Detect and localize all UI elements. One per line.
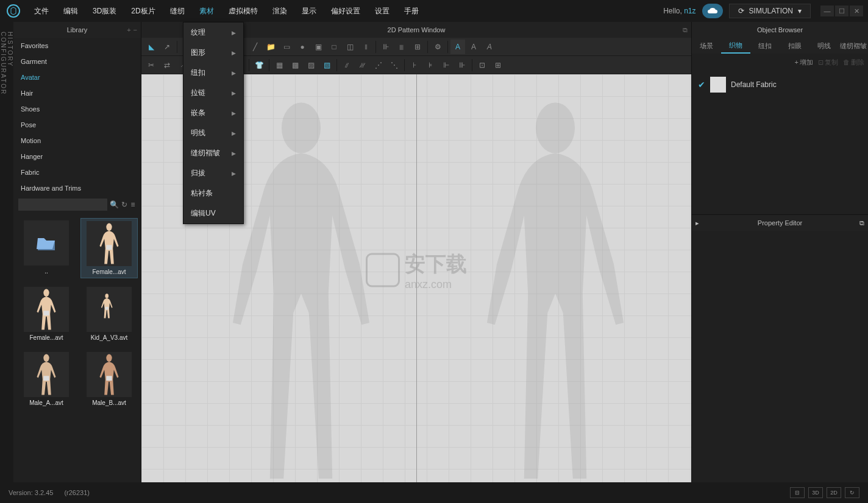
tool2-tex3-icon[interactable]: ▨ [304,58,318,72]
cloud-button[interactable] [702,4,723,18]
library-category-hanger[interactable]: Hanger [13,149,141,164]
tool2-tex1-icon[interactable]: ▦ [272,58,286,72]
tool2-tex4-icon[interactable]: ▧ [319,58,334,72]
object-tab-织物[interactable]: 织物 [721,38,750,54]
dropdown-item-归拔[interactable]: 归拔▶ [183,163,243,183]
tool-ruler-icon[interactable]: ⫼ [394,40,409,54]
list-view-icon[interactable]: ≡ [130,199,136,210]
menu-素材[interactable]: 素材 [192,1,221,21]
view-split-button[interactable]: ⊟ [790,487,805,498]
view-3d-button[interactable]: 3D [808,487,823,498]
object-tab-缝纫褶皱[interactable]: 缝纫褶皱 [839,38,868,54]
object-tab-明线[interactable]: 明线 [809,38,839,54]
tool2-sew-icon[interactable]: ⇄ [160,58,174,72]
tool2-stitch1-icon[interactable]: ⫽ [340,58,354,72]
library-category-motion[interactable]: Motion [13,133,141,149]
dropdown-item-拉链[interactable]: 拉链▶ [183,83,243,103]
library-category-hair[interactable]: Hair [13,85,141,101]
tool-3d-icon[interactable]: ◫ [343,40,357,54]
dropdown-item-明线[interactable]: 明线▶ [183,123,243,143]
tool-line-icon[interactable]: ╱ [247,40,262,54]
menu-显示[interactable]: 显示 [294,1,324,21]
popout-icon[interactable]: ⧉ [859,219,864,227]
library-category-hardware-and-trims[interactable]: Hardware and Trims [13,180,141,196]
tool2-align1-icon[interactable]: ⊦ [407,58,422,72]
library-category-pose[interactable]: Pose [13,117,141,133]
tool-grid-icon[interactable]: ⊞ [410,40,425,54]
dropdown-item-编辑UV[interactable]: 编辑UV [183,203,243,223]
tool-mirror-icon[interactable]: ⦀ [358,40,373,54]
object-tab-纽扣[interactable]: 纽扣 [750,38,780,54]
tool-measure-icon[interactable]: ⊪ [379,40,393,54]
library-item[interactable]: Female...avt [80,218,138,278]
tool-arrow-icon[interactable]: ↗ [160,40,174,54]
tool2-stitch4-icon[interactable]: ⋱ [387,58,402,72]
dropdown-item-图形[interactable]: 图形▶ [183,43,243,63]
remove-icon[interactable]: − [133,26,137,33]
maximize-button[interactable]: ☐ [835,5,848,16]
dropdown-item-纹理[interactable]: 纹理▶ [183,23,243,43]
tool-text-a-icon[interactable]: A [450,40,465,54]
library-item[interactable]: Female...avt [18,284,74,343]
popout-icon[interactable]: ⧉ [683,26,688,34]
tool-text-b-icon[interactable]: A [466,40,481,54]
library-item[interactable]: Kid_A_V3.avt [80,284,138,343]
tool2-stitch2-icon[interactable]: ⫻ [355,58,370,72]
tool-folder-icon[interactable]: 📁 [263,40,278,54]
copy-button[interactable]: ⊡ 复制 [818,58,838,67]
menu-偏好设置[interactable]: 偏好设置 [324,1,368,21]
menu-文件[interactable]: 文件 [27,1,56,21]
close-button[interactable]: ✕ [850,5,863,16]
tool2-align3-icon[interactable]: ⊩ [439,58,454,72]
library-category-shoes[interactable]: Shoes [13,101,141,117]
tool2-grid1-icon[interactable]: ⊡ [475,58,489,72]
library-category-favorites[interactable]: Favorites [13,38,141,54]
delete-button[interactable]: 🗑 删除 [843,58,864,67]
tool-select-icon[interactable]: ◣ [144,40,158,54]
fabric-item[interactable]: ✔ Default Fabric [695,74,864,95]
library-category-garment[interactable]: Garment [13,54,141,69]
menu-缝纫[interactable]: 缝纫 [163,1,192,21]
library-category-fabric[interactable]: Fabric [13,164,141,180]
dropdown-item-嵌条[interactable]: 嵌条▶ [183,103,243,123]
add-button[interactable]: + 增加 [795,58,813,67]
library-item[interactable]: .. [18,218,74,278]
menu-设置[interactable]: 设置 [368,1,397,21]
side-tab-history[interactable]: HISTORY [7,32,13,471]
side-tab-configurator[interactable]: CONFIGURATOR [0,32,7,471]
tool-text-c-icon[interactable]: A [482,40,497,54]
menu-渲染[interactable]: 渲染 [265,1,294,21]
menu-3D服装[interactable]: 3D服装 [85,1,124,21]
menu-2D板片[interactable]: 2D板片 [124,1,162,21]
tool-image-icon[interactable]: ▣ [311,40,326,54]
library-category-avatar[interactable]: Avatar [13,69,141,85]
menu-虚拟模特[interactable]: 虚拟模特 [221,1,265,21]
tool2-shirt-icon[interactable]: 👕 [252,58,266,72]
collapse-icon[interactable]: ▸ [695,219,699,227]
tool-gear-icon[interactable]: ⚙ [430,40,445,54]
library-item[interactable]: Male_A...avt [18,350,74,409]
object-tab-场景[interactable]: 场景 [692,38,721,54]
search-icon[interactable]: 🔍 [110,199,119,210]
tool-box-icon[interactable]: □ [327,40,341,54]
menu-编辑[interactable]: 编辑 [56,1,85,21]
dropdown-item-粘衬条[interactable]: 粘衬条 [183,183,243,203]
view-2d-button[interactable]: 2D [827,487,841,498]
library-item[interactable]: Male_B...avt [80,350,138,409]
dropdown-item-缝纫褶皱[interactable]: 缝纫褶皱▶ [183,143,243,163]
tool2-align4-icon[interactable]: ⊪ [455,58,469,72]
menu-手册[interactable]: 手册 [397,1,426,21]
tool2-stitch3-icon[interactable]: ⋰ [371,58,386,72]
object-tab-扣眼[interactable]: 扣眼 [780,38,809,54]
search-input[interactable] [18,199,107,211]
refresh-view-button[interactable]: ↻ [845,487,859,498]
simulation-mode-button[interactable]: ⟳ SIMULATION ▾ [729,4,811,18]
dropdown-item-纽扣[interactable]: 纽扣▶ [183,63,243,83]
refresh-icon[interactable]: ↻ [121,199,127,210]
tool-circle-icon[interactable]: ● [295,40,310,54]
minimize-button[interactable]: — [820,5,834,16]
tool-rect-icon[interactable]: ▭ [279,40,294,54]
tool2-align2-icon[interactable]: ⊧ [423,58,438,72]
add-icon[interactable]: + [127,26,130,33]
tool2-grid2-icon[interactable]: ⊞ [491,58,505,72]
